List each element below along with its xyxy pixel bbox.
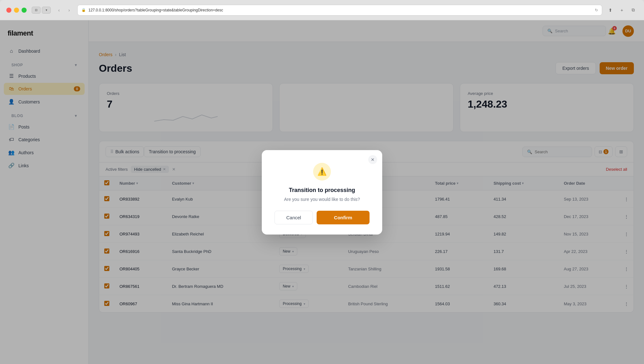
- lock-icon: 🔒: [81, 8, 86, 12]
- tab-list-icon[interactable]: ▾: [42, 7, 51, 14]
- sidebar-toggle-icon[interactable]: ⊟: [32, 7, 41, 14]
- fullscreen-traffic-light[interactable]: [22, 8, 27, 13]
- modal-description: Are you sure you would like to do this?: [284, 197, 360, 202]
- browser-titlebar: ⊟ ▾ ‹ › 🔒 127.0.0.1:8000/shop/orders?tab…: [0, 0, 644, 20]
- confirm-modal: ✕ ⚠️ Transition to processing Are you su…: [262, 150, 382, 235]
- nav-buttons: ‹ ›: [55, 6, 74, 15]
- address-bar[interactable]: 🔒 127.0.0.1:8000/shop/orders?tableGroupi…: [77, 5, 602, 16]
- traffic-lights: [6, 8, 27, 13]
- modal-overlay: ✕ ⚠️ Transition to processing Are you su…: [0, 20, 644, 364]
- url-text[interactable]: 127.0.0.1:8000/shop/orders?tableGrouping…: [88, 8, 592, 12]
- modal-cancel-button[interactable]: Cancel: [274, 211, 313, 224]
- tabs-icon[interactable]: ⧉: [629, 6, 638, 15]
- reload-icon[interactable]: ↻: [595, 8, 598, 12]
- modal-warning-icon-container: ⚠️: [313, 163, 331, 181]
- modal-close-button[interactable]: ✕: [368, 155, 377, 164]
- minimize-traffic-light[interactable]: [14, 8, 19, 13]
- modal-confirm-button[interactable]: Confirm: [317, 211, 370, 224]
- new-tab-icon[interactable]: +: [617, 6, 626, 15]
- modal-title: Transition to processing: [289, 187, 355, 194]
- window-controls: ⊟ ▾: [32, 7, 51, 14]
- modal-actions: Cancel Confirm: [274, 211, 370, 224]
- browser-actions: ⬆ + ⧉: [606, 6, 638, 15]
- forward-button[interactable]: ›: [65, 6, 74, 15]
- share-icon[interactable]: ⬆: [606, 6, 615, 15]
- warning-icon: ⚠️: [317, 167, 327, 176]
- close-traffic-light[interactable]: [6, 8, 11, 13]
- back-button[interactable]: ‹: [55, 6, 63, 15]
